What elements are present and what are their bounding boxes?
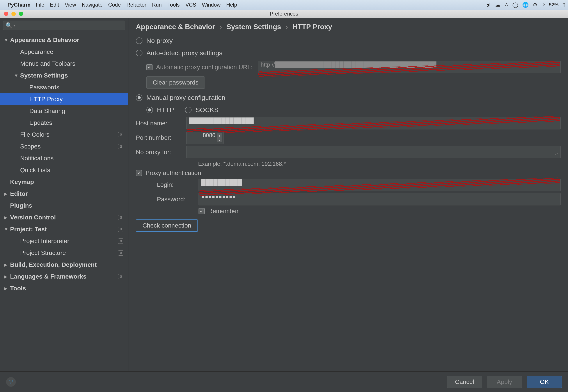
menu-navigate[interactable]: Navigate bbox=[82, 2, 102, 8]
battery-status[interactable]: 52% bbox=[549, 2, 559, 8]
no-proxy-for-input[interactable]: ⤢ bbox=[186, 146, 561, 158]
proxy-auth-checkbox[interactable]: ✓ bbox=[136, 170, 142, 176]
shield-icon[interactable]: ⛨ bbox=[486, 2, 491, 8]
sidebar-item-label: HTTP Proxy bbox=[29, 96, 63, 103]
radio-icon bbox=[136, 94, 143, 101]
manual-proxy-label: Manual proxy configuration bbox=[146, 94, 225, 101]
socks-label: SOCKS bbox=[195, 106, 218, 114]
sidebar-item-project-interpreter[interactable]: Project Interpreter⧉ bbox=[0, 235, 128, 247]
sidebar-item-appearance-behavior[interactable]: ▼Appearance & Behavior bbox=[0, 34, 128, 46]
sidebar-item-tools[interactable]: ▶Tools bbox=[0, 282, 128, 294]
chevron-right-icon: ▶ bbox=[4, 286, 10, 291]
chevron-right-icon: ▶ bbox=[4, 215, 10, 220]
login-input[interactable]: ██████████ bbox=[199, 179, 561, 191]
maximize-window-button[interactable] bbox=[19, 12, 23, 16]
no-proxy-example: Example: *.domain.com, 192.168.* bbox=[198, 161, 561, 167]
project-scope-icon: ⧉ bbox=[118, 274, 123, 279]
sidebar-item-version-control[interactable]: ▶Version Control⧉ bbox=[0, 211, 128, 223]
sidebar-item-file-colors[interactable]: File Colors⧉ bbox=[0, 129, 128, 140]
triangle-icon[interactable]: △ bbox=[504, 2, 508, 8]
cloud-icon[interactable]: ☁ bbox=[495, 2, 500, 8]
menu-help[interactable]: Help bbox=[226, 2, 237, 8]
sidebar-item-notifications[interactable]: Notifications bbox=[0, 153, 128, 164]
port-number-input[interactable]: 8080 ▴▾ bbox=[186, 132, 223, 144]
expand-icon[interactable]: ⤢ bbox=[555, 152, 558, 156]
port-stepper[interactable]: ▴▾ bbox=[217, 133, 222, 142]
menu-code[interactable]: Code bbox=[108, 2, 121, 8]
sidebar-item-label: Keymap bbox=[10, 179, 34, 185]
sidebar-item-scopes[interactable]: Scopes⧉ bbox=[0, 140, 128, 153]
sidebar-item-http-proxy[interactable]: HTTP Proxy bbox=[0, 93, 128, 105]
menu-refactor[interactable]: Refactor bbox=[126, 2, 146, 8]
breadcrumb: Appearance & Behavior › System Settings … bbox=[136, 23, 561, 31]
menu-tools[interactable]: Tools bbox=[167, 2, 180, 8]
menu-edit[interactable]: Edit bbox=[50, 2, 59, 8]
auto-conf-url-checkbox[interactable]: ✓ bbox=[146, 64, 153, 70]
sidebar-item-label: Project: Test bbox=[10, 226, 47, 233]
sidebar-item-plugins[interactable]: Plugins bbox=[0, 200, 128, 211]
menu-file[interactable]: File bbox=[36, 2, 44, 8]
menu-view[interactable]: View bbox=[65, 2, 76, 8]
auto-conf-url-input[interactable]: http://█████████████████████████████████… bbox=[258, 61, 561, 73]
proxy-auth-label: Proxy authentication bbox=[146, 169, 201, 177]
app-name[interactable]: PyCharm bbox=[7, 2, 30, 8]
cancel-button[interactable]: Cancel bbox=[447, 376, 482, 388]
sidebar-item-passwords[interactable]: Passwords bbox=[0, 82, 128, 93]
chevron-right-icon: › bbox=[219, 23, 222, 31]
menu-window[interactable]: Window bbox=[202, 2, 220, 8]
sidebar-item-build-execution-deployment[interactable]: ▶Build, Execution, Deployment bbox=[0, 259, 128, 271]
password-input[interactable]: ●●●●●●●●●● bbox=[199, 193, 561, 205]
chevron-down-icon: ▼ bbox=[4, 38, 10, 43]
sidebar-item-label: Data Sharing bbox=[29, 108, 65, 114]
check-connection-button[interactable]: Check connection bbox=[136, 219, 198, 232]
auto-detect-radio[interactable]: Auto-detect proxy settings bbox=[136, 48, 561, 58]
remember-label: Remember bbox=[208, 208, 238, 215]
http-radio[interactable] bbox=[146, 107, 153, 113]
sidebar-item-label: File Colors bbox=[20, 131, 49, 138]
host-name-input[interactable]: ████████████████ bbox=[186, 117, 561, 129]
minimize-window-button[interactable] bbox=[11, 12, 16, 16]
sidebar-item-appearance[interactable]: Appearance bbox=[0, 46, 128, 58]
sidebar-item-menus-and-toolbars[interactable]: Menus and Toolbars bbox=[0, 58, 128, 70]
globe-icon[interactable]: 🌐 bbox=[522, 2, 529, 8]
sidebar-item-languages-frameworks[interactable]: ▶Languages & Frameworks⧉ bbox=[0, 271, 128, 282]
sidebar-item-project-structure[interactable]: Project Structure⧉ bbox=[0, 247, 128, 259]
menu-vcs[interactable]: VCS bbox=[185, 2, 196, 8]
manual-proxy-radio[interactable]: Manual proxy configuration bbox=[136, 93, 561, 103]
project-scope-icon: ⧉ bbox=[118, 250, 123, 256]
search-input[interactable]: 🔍 ▾ bbox=[3, 21, 125, 30]
sidebar-item-project-test[interactable]: ▼Project: Test⧉ bbox=[0, 223, 128, 235]
close-window-button[interactable] bbox=[4, 12, 8, 16]
battery-icon[interactable]: ▯ bbox=[563, 2, 565, 8]
sidebar-item-label: Build, Execution, Deployment bbox=[10, 261, 97, 268]
search-dropdown-icon[interactable]: ▾ bbox=[13, 23, 15, 28]
menu-run[interactable]: Run bbox=[152, 2, 162, 8]
help-button[interactable]: ? bbox=[6, 377, 16, 387]
sidebar-item-quick-lists[interactable]: Quick Lists bbox=[0, 164, 128, 176]
no-proxy-radio[interactable]: No proxy bbox=[136, 36, 561, 46]
remember-checkbox[interactable]: ✓ bbox=[199, 208, 205, 214]
clear-passwords-button[interactable]: Clear passwords bbox=[146, 76, 205, 89]
sidebar-item-keymap[interactable]: Keymap bbox=[0, 176, 128, 188]
sidebar-item-editor[interactable]: ▶Editor bbox=[0, 188, 128, 200]
crumb-1[interactable]: System Settings bbox=[226, 23, 281, 31]
sidebar-item-data-sharing[interactable]: Data Sharing bbox=[0, 105, 128, 117]
sidebar-item-label: Version Control bbox=[10, 214, 56, 221]
chevron-down-icon: ▾ bbox=[217, 138, 222, 142]
project-scope-icon: ⧉ bbox=[118, 132, 123, 137]
bluetooth-icon[interactable]: ⚙ bbox=[533, 2, 538, 8]
wifi-icon[interactable]: ᯤ bbox=[541, 2, 547, 8]
chevron-down-icon: ▼ bbox=[4, 227, 10, 232]
chevron-down-icon: ▼ bbox=[14, 73, 20, 78]
radio-icon bbox=[136, 37, 143, 44]
socks-radio[interactable] bbox=[185, 107, 191, 113]
sidebar-item-label: Scopes bbox=[20, 143, 41, 150]
sidebar-item-updates[interactable]: Updates bbox=[0, 117, 128, 129]
chevron-right-icon: ▶ bbox=[4, 191, 10, 196]
circle-icon[interactable]: ◯ bbox=[512, 2, 518, 8]
apply-button[interactable]: Apply bbox=[487, 376, 522, 388]
crumb-0[interactable]: Appearance & Behavior bbox=[136, 23, 215, 31]
mac-menubar: PyCharm File Edit View Navigate Code Ref… bbox=[0, 0, 568, 10]
sidebar-item-system-settings[interactable]: ▼System Settings bbox=[0, 70, 128, 82]
ok-button[interactable]: OK bbox=[527, 376, 562, 388]
